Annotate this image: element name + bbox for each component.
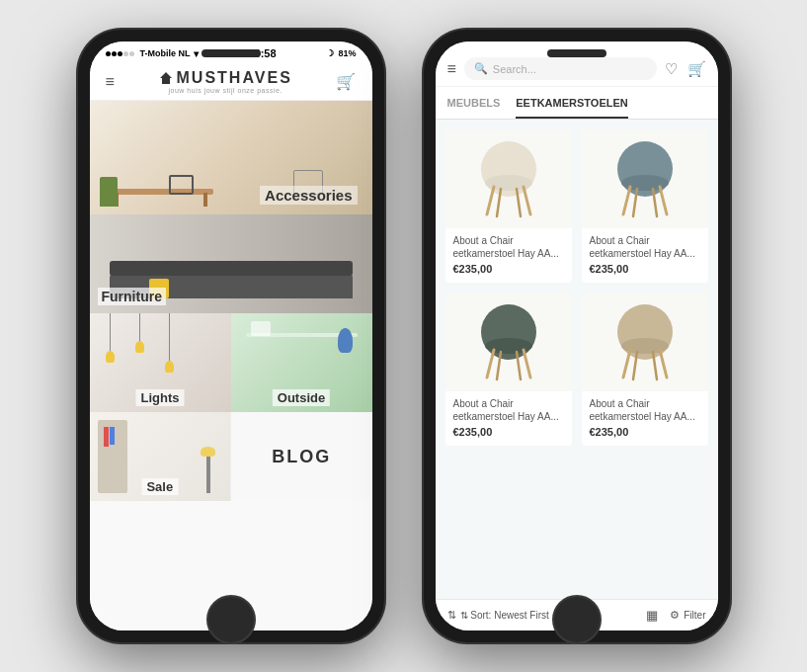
- product-2-image: [582, 129, 708, 228]
- chair-2-svg: [605, 137, 685, 221]
- wire-chair: [169, 175, 194, 195]
- p2-hamburger-icon[interactable]: ≡: [447, 60, 456, 78]
- product-1-name: About a Chair eetkamerstoel Hay AA...: [453, 234, 564, 260]
- p2-product-grid: About a Chair eetkamerstoel Hay AA... €2…: [445, 129, 708, 446]
- accessories-category[interactable]: Accessories: [90, 101, 372, 214]
- product-item-2[interactable]: About a Chair eetkamerstoel Hay AA... €2…: [582, 129, 708, 283]
- lamp-shade: [201, 447, 215, 457]
- cord-2: [139, 313, 140, 343]
- p2-filter-button[interactable]: ⚙ Filter: [670, 609, 705, 622]
- p2-footer-icons: ▦ ⚙ Filter: [646, 608, 705, 623]
- signal-dot-5: [129, 51, 134, 56]
- book-2: [110, 427, 115, 445]
- furniture-category[interactable]: Furniture: [90, 214, 372, 313]
- outside-label: Outside: [273, 389, 330, 406]
- status-time: 16:58: [248, 47, 276, 59]
- product-3-image: [445, 293, 572, 391]
- sale-label: Sale: [141, 478, 178, 495]
- sale-category[interactable]: Sale: [90, 412, 231, 501]
- svg-line-25: [623, 350, 630, 378]
- product-1-price: €235,00: [453, 263, 564, 275]
- product-4-name: About a Chair eetkamerstoel Hay AA...: [590, 397, 700, 423]
- phone-1-screen: T-Mobile NL ▾ 16:58 ☽ 81% ≡ MUSTHAVES jo…: [90, 42, 372, 630]
- furniture-label: Furniture: [98, 288, 166, 305]
- p2-search-icon: 🔍: [474, 62, 488, 75]
- product-2-price: €235,00: [590, 263, 700, 275]
- chair-1-svg: [469, 137, 548, 221]
- svg-line-26: [660, 350, 667, 378]
- phone-2: ≡ 🔍 Search... ♡ 🛒 MEUBELS EETKAMERSTOELE…: [424, 30, 730, 642]
- battery-level: 81%: [338, 48, 356, 58]
- p2-search-bar[interactable]: 🔍 Search...: [464, 57, 657, 80]
- bulb-3: [165, 361, 174, 373]
- product-1-image: [445, 129, 572, 228]
- book-1: [104, 427, 109, 447]
- phone-2-home-button[interactable]: [552, 595, 602, 644]
- svg-line-18: [487, 350, 494, 378]
- lamp-stand: [206, 454, 210, 493]
- chair-4-svg: [605, 300, 685, 384]
- plant: [100, 177, 118, 207]
- cord-3: [169, 313, 170, 363]
- product-4-info: About a Chair eetkamerstoel Hay AA... €2…: [582, 391, 708, 438]
- sale-blog-row: Sale BLOG: [90, 412, 372, 501]
- sofa-back: [110, 261, 353, 276]
- svg-marker-0: [160, 72, 172, 84]
- phone-2-status-bar: [436, 42, 718, 51]
- lights-outside-row: Lights Outside: [90, 313, 372, 412]
- signal-dot-4: [123, 51, 128, 56]
- desk-leg-right: [203, 193, 207, 207]
- signal-dot-3: [118, 51, 122, 56]
- p2-search-placeholder: Search...: [493, 63, 536, 75]
- moon-icon: ☽: [326, 48, 334, 58]
- signal-dot-1: [106, 51, 111, 56]
- product-2-info: About a Chair eetkamerstoel Hay AA... €2…: [582, 228, 708, 275]
- product-3-price: €235,00: [453, 426, 564, 438]
- outside-category[interactable]: Outside: [231, 313, 372, 412]
- house-icon: [159, 71, 173, 85]
- phone-2-screen: ≡ 🔍 Search... ♡ 🛒 MEUBELS EETKAMERSTOELE…: [436, 42, 718, 630]
- phone-1: T-Mobile NL ▾ 16:58 ☽ 81% ≡ MUSTHAVES jo…: [78, 30, 384, 642]
- blue-vase: [338, 328, 353, 353]
- product-item-4[interactable]: About a Chair eetkamerstoel Hay AA... €2…: [582, 293, 708, 446]
- lights-category[interactable]: Lights: [90, 313, 231, 412]
- product-item-3[interactable]: About a Chair eetkamerstoel Hay AA... €2…: [445, 293, 572, 446]
- layout-icon[interactable]: ▦: [646, 608, 658, 623]
- p2-nav-icons: ♡ 🛒: [665, 60, 706, 78]
- status-left: T-Mobile NL ▾: [106, 48, 199, 59]
- p2-cart-icon[interactable]: 🛒: [687, 60, 706, 78]
- product-2-name: About a Chair eetkamerstoel Hay AA...: [590, 234, 700, 260]
- svg-line-12: [660, 187, 667, 214]
- p2-sort-button[interactable]: ⇅ ⇅ Sort: Newest First: [447, 609, 549, 622]
- desk-surface: [105, 189, 213, 195]
- svg-line-19: [524, 350, 530, 378]
- sort-label: ⇅ Sort: Newest First: [460, 610, 549, 621]
- tab-meubels[interactable]: MEUBELS: [447, 87, 501, 119]
- product-item-1[interactable]: About a Chair eetkamerstoel Hay AA... €2…: [445, 129, 572, 283]
- svg-line-5: [524, 187, 530, 214]
- product-3-name: About a Chair eetkamerstoel Hay AA...: [453, 397, 564, 423]
- accessories-label: Accessories: [260, 186, 357, 205]
- sort-icon: ⇅: [447, 609, 456, 622]
- phone-1-status-bar: T-Mobile NL ▾ 16:58 ☽ 81%: [90, 42, 372, 63]
- hamburger-icon[interactable]: ≡: [106, 73, 115, 91]
- tab-eetkamerstoelen[interactable]: EETKAMERSTOELEN: [516, 87, 627, 119]
- phone-2-navbar: ≡ 🔍 Search... ♡ 🛒: [436, 51, 718, 87]
- p2-tabs: MEUBELS EETKAMERSTOELEN: [436, 87, 718, 120]
- p2-heart-icon[interactable]: ♡: [665, 60, 678, 78]
- cart-icon[interactable]: 🛒: [336, 72, 356, 91]
- logo-text: MUSTHAVES: [177, 69, 292, 87]
- cord-1: [110, 313, 111, 353]
- logo-subtitle: jouw huis jouw stijl onze passie.: [169, 87, 282, 94]
- phone-1-home-button[interactable]: [206, 595, 256, 644]
- lights-label: Lights: [136, 389, 185, 406]
- product-4-image: [582, 293, 708, 391]
- svg-line-11: [623, 187, 630, 214]
- product-3-info: About a Chair eetkamerstoel Hay AA... €2…: [445, 391, 572, 438]
- signal-dot-2: [112, 51, 117, 56]
- svg-line-4: [487, 187, 494, 214]
- blog-category[interactable]: BLOG: [230, 412, 372, 501]
- phone-1-navbar: ≡ MUSTHAVES jouw huis jouw stijl onze pa…: [90, 63, 372, 101]
- filter-label: Filter: [684, 610, 705, 621]
- filter-icon: ⚙: [670, 609, 680, 622]
